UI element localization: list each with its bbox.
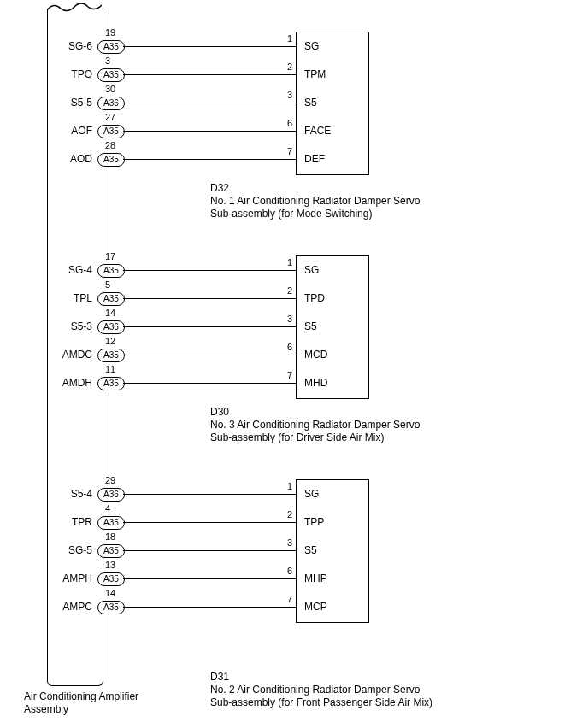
connector-pill: A35 bbox=[97, 40, 125, 54]
wire-line bbox=[123, 159, 296, 160]
right-label: DEF bbox=[304, 153, 325, 165]
left-label: AMPH bbox=[50, 572, 92, 584]
left-label: SG-6 bbox=[50, 40, 92, 52]
servo-desc-d30: D30 No. 3 Air Conditioning Radiator Damp… bbox=[210, 406, 420, 444]
connector-pin: 27 bbox=[105, 112, 115, 122]
amplifier-label-line2: Assembly bbox=[24, 703, 68, 715]
wire-line bbox=[123, 298, 296, 299]
right-label: TPM bbox=[304, 68, 326, 80]
right-pin: 7 bbox=[279, 370, 292, 380]
connector-pin: 11 bbox=[105, 364, 115, 374]
wire-line bbox=[123, 326, 296, 327]
connector-pin: 18 bbox=[105, 531, 115, 542]
servo-id: D30 bbox=[210, 406, 229, 418]
left-label: TPO bbox=[50, 68, 92, 80]
servo-id: D32 bbox=[210, 182, 229, 194]
left-label: S5-5 bbox=[50, 97, 92, 109]
wire-line bbox=[123, 270, 296, 271]
right-label: S5 bbox=[304, 544, 317, 556]
connector-pill: A36 bbox=[97, 320, 125, 334]
right-pin: 2 bbox=[279, 62, 292, 72]
connector-pill: A35 bbox=[97, 153, 125, 167]
wire-line bbox=[123, 550, 296, 551]
left-label: AMDH bbox=[50, 377, 92, 389]
connector-pin: 12 bbox=[105, 336, 115, 346]
connector-pill: A35 bbox=[97, 572, 125, 586]
servo-id: D31 bbox=[210, 671, 229, 683]
right-label: S5 bbox=[304, 97, 317, 109]
right-label: MHP bbox=[304, 572, 327, 584]
wire-line bbox=[123, 494, 296, 495]
connector-pin: 19 bbox=[105, 27, 115, 38]
connector-pin: 29 bbox=[105, 475, 115, 485]
left-label: S5-4 bbox=[50, 488, 92, 500]
right-label: TPP bbox=[304, 516, 324, 528]
right-pin: 6 bbox=[279, 342, 292, 352]
connector-pill: A35 bbox=[97, 292, 125, 306]
right-pin: 2 bbox=[279, 509, 292, 520]
connector-pin: 5 bbox=[105, 279, 110, 290]
connector-pill: A35 bbox=[97, 125, 125, 138]
right-pin: 6 bbox=[279, 566, 292, 576]
connector-pill: A35 bbox=[97, 377, 125, 390]
right-label: TPD bbox=[304, 292, 325, 304]
wire-line bbox=[123, 74, 296, 75]
connector-pin: 14 bbox=[105, 588, 115, 598]
connector-pin: 3 bbox=[105, 56, 110, 66]
servo-desc-line2: Sub-assembly (for Driver Side Air Mix) bbox=[210, 432, 384, 443]
connector-pill: A35 bbox=[97, 349, 125, 362]
right-pin: 1 bbox=[279, 481, 292, 491]
wire-line bbox=[123, 578, 296, 579]
left-label: AOF bbox=[50, 125, 92, 137]
right-pin: 1 bbox=[279, 257, 292, 267]
connector-pin: 4 bbox=[105, 503, 110, 514]
servo-desc-d31: D31 No. 2 Air Conditioning Radiator Damp… bbox=[210, 671, 432, 709]
connector-pin: 14 bbox=[105, 308, 115, 318]
right-pin: 3 bbox=[279, 90, 292, 100]
right-pin: 7 bbox=[279, 594, 292, 604]
left-label: SG-4 bbox=[50, 264, 92, 276]
left-label: AOD bbox=[50, 153, 92, 165]
right-label: SG bbox=[304, 488, 319, 500]
wiring-diagram: SG-6 19 A35 1 SG TPO 3 A35 2 TPM S5-5 30… bbox=[0, 0, 588, 728]
connector-pin: 30 bbox=[105, 84, 115, 94]
servo-desc-line1: No. 1 Air Conditioning Radiator Damper S… bbox=[210, 195, 420, 207]
left-label: AMPC bbox=[50, 601, 92, 613]
connector-pill: A35 bbox=[97, 68, 125, 82]
left-label: AMDC bbox=[50, 349, 92, 361]
wire-line bbox=[123, 355, 296, 355]
connector-pin: 17 bbox=[105, 251, 115, 261]
servo-desc-line2: Sub-assembly (for Front Passenger Side A… bbox=[210, 696, 432, 708]
servo-desc-line2: Sub-assembly (for Mode Switching) bbox=[210, 208, 372, 220]
right-pin: 1 bbox=[279, 33, 292, 44]
servo-desc-line1: No. 2 Air Conditioning Radiator Damper S… bbox=[210, 684, 420, 696]
right-label: SG bbox=[304, 264, 319, 276]
left-label: TPL bbox=[50, 292, 92, 304]
servo-desc-d32: D32 No. 1 Air Conditioning Radiator Damp… bbox=[210, 182, 420, 220]
connector-pin: 13 bbox=[105, 560, 115, 570]
wire-line bbox=[123, 522, 296, 523]
right-label: MCP bbox=[304, 601, 327, 613]
connector-pill: A35 bbox=[97, 544, 125, 558]
right-label: MCD bbox=[304, 349, 327, 361]
right-label: MHD bbox=[304, 377, 327, 389]
connector-pill: A36 bbox=[97, 97, 125, 110]
wire-line bbox=[123, 383, 296, 384]
wire-line bbox=[123, 46, 296, 47]
left-label: TPR bbox=[50, 516, 92, 528]
right-label: SG bbox=[304, 40, 319, 52]
wire-line bbox=[123, 607, 296, 608]
right-pin: 6 bbox=[279, 118, 292, 128]
amplifier-label-line1: Air Conditioning Amplifier bbox=[24, 690, 138, 702]
right-label: FACE bbox=[304, 125, 331, 137]
connector-pill: A36 bbox=[97, 488, 125, 502]
right-pin: 7 bbox=[279, 146, 292, 156]
servo-desc-line1: No. 3 Air Conditioning Radiator Damper S… bbox=[210, 419, 420, 431]
left-label: S5-3 bbox=[50, 320, 92, 332]
connector-pill: A35 bbox=[97, 264, 125, 278]
wire-line bbox=[123, 131, 296, 132]
connector-pin: 28 bbox=[105, 140, 115, 150]
right-pin: 3 bbox=[279, 314, 292, 324]
connector-pill: A35 bbox=[97, 516, 125, 530]
connector-pill: A35 bbox=[97, 601, 125, 614]
